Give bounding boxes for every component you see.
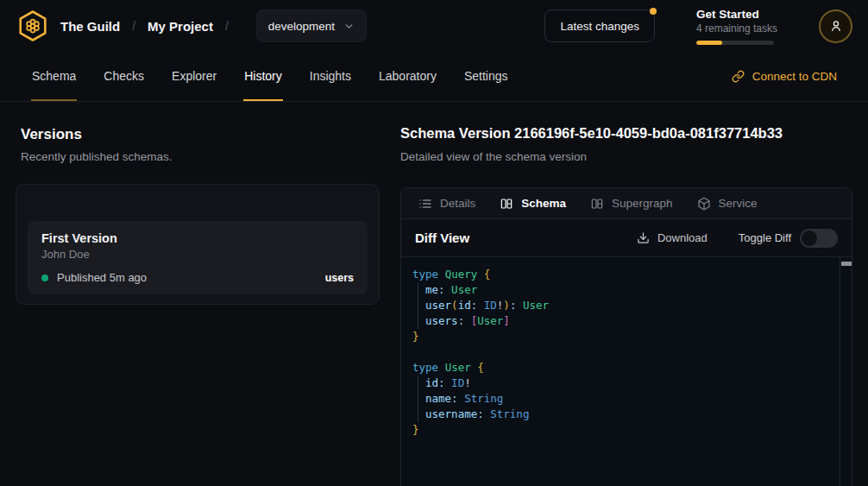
breadcrumb-separator: / — [225, 19, 229, 33]
columns-icon — [590, 197, 604, 211]
target-selector-value: development — [268, 20, 335, 33]
latest-changes-button[interactable]: Latest changes — [544, 9, 655, 42]
tab-label: Details — [440, 197, 475, 210]
target-selector[interactable]: development — [256, 9, 367, 42]
version-list-item[interactable]: First Version John Doe Published 5m ago … — [28, 221, 368, 294]
detail-tabbar: Details Schema Supergraph Service — [401, 188, 852, 219]
schema-version-subtitle: Detailed view of the schema version — [400, 150, 587, 163]
service-badge: users — [325, 272, 354, 284]
tab-label: Laboratory — [379, 69, 437, 83]
get-started-progressbar — [696, 41, 774, 45]
versions-subtitle: Recently published schemas. — [21, 150, 173, 163]
tab-schema[interactable]: Schema — [31, 52, 77, 101]
target-nav: Schema Checks Explorer History Insights … — [0, 52, 868, 102]
tab-label: Supergraph — [612, 197, 673, 210]
box-icon — [697, 197, 711, 211]
tab-supergraph[interactable]: Supergraph — [590, 197, 673, 211]
user-icon — [828, 18, 844, 34]
code-scrollbar-thumb[interactable] — [841, 262, 852, 266]
notification-dot — [650, 8, 657, 15]
tab-checks[interactable]: Checks — [103, 52, 145, 101]
list-icon — [418, 197, 432, 211]
tab-history[interactable]: History — [243, 52, 283, 101]
get-started-widget[interactable]: Get Started 4 remaining tasks — [696, 8, 776, 45]
hive-logo-icon[interactable] — [16, 9, 50, 43]
tab-label: Explorer — [172, 69, 217, 83]
tab-details[interactable]: Details — [418, 197, 475, 211]
download-icon — [637, 231, 650, 244]
project-breadcrumb[interactable]: My Project — [148, 19, 213, 34]
latest-changes-label: Latest changes — [560, 20, 639, 33]
version-status: Published 5m ago — [57, 271, 147, 284]
published-status-dot — [41, 275, 48, 281]
diff-header: Diff View Download Toggle Diff — [401, 219, 852, 257]
columns-icon — [500, 197, 513, 211]
link-icon — [732, 70, 745, 83]
toggle-diff-switch[interactable] — [800, 229, 838, 248]
get-started-progress-fill — [696, 41, 722, 45]
tab-label: Service — [719, 197, 758, 210]
download-label: Download — [657, 231, 708, 244]
org-breadcrumb[interactable]: The Guild — [60, 19, 120, 34]
connect-to-cdn-label: Connect to CDN — [752, 70, 837, 83]
tab-settings[interactable]: Settings — [463, 52, 509, 101]
diff-actions: Download Toggle Diff — [637, 229, 838, 248]
chevron-down-icon — [343, 21, 355, 32]
tab-explorer[interactable]: Explorer — [171, 52, 217, 101]
top-header: The Guild / My Project / development Lat… — [0, 0, 868, 52]
versions-list: First Version John Doe Published 5m ago … — [16, 184, 380, 305]
breadcrumb-separator: / — [132, 19, 135, 33]
download-button[interactable]: Download — [637, 231, 708, 244]
schema-code-viewer: type Query {me: Useruser(id: ID!): Useru… — [401, 257, 852, 486]
version-status-row: Published 5m ago users — [41, 271, 354, 284]
versions-title: Versions — [21, 126, 82, 143]
tab-insights[interactable]: Insights — [309, 52, 352, 101]
get-started-title: Get Started — [696, 8, 776, 21]
schema-version-title: Schema Version 2166196f-5e10-4059-bd0a-0… — [400, 125, 852, 142]
schema-version-panel: Details Schema Supergraph Service Diff V… — [400, 187, 852, 486]
tab-label: Settings — [464, 69, 508, 83]
code-scrollbar-track[interactable] — [840, 257, 852, 486]
schema-sdl-code[interactable]: type Query {me: Useruser(id: ID!): Useru… — [401, 257, 840, 486]
tab-label: Schema — [32, 69, 76, 83]
tab-label: Schema — [521, 197, 566, 210]
version-author: John Doe — [41, 248, 354, 261]
connect-to-cdn-link[interactable]: Connect to CDN — [732, 52, 837, 101]
tab-service[interactable]: Service — [697, 197, 758, 211]
tab-label: Checks — [104, 69, 144, 83]
tab-label: Insights — [310, 69, 351, 83]
tab-schema-view[interactable]: Schema — [500, 197, 566, 211]
tab-laboratory[interactable]: Laboratory — [378, 52, 437, 101]
tab-label: History — [244, 69, 282, 83]
version-name: First Version — [41, 231, 354, 245]
avatar[interactable] — [819, 9, 852, 43]
toggle-diff-label: Toggle Diff — [739, 231, 791, 244]
toggle-knob — [802, 230, 817, 246]
diff-view-title: Diff View — [415, 230, 469, 245]
get-started-subtitle: 4 remaining tasks — [696, 22, 776, 35]
